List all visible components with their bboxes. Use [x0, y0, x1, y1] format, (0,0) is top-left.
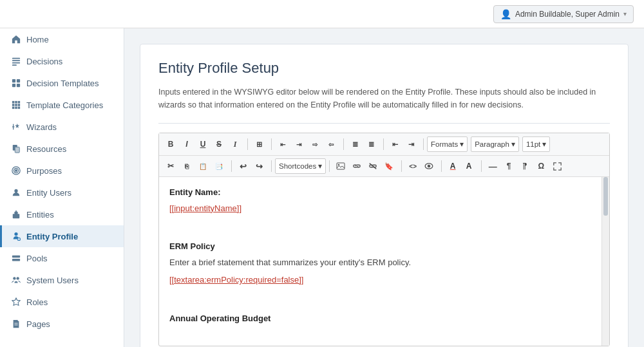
home-icon	[11, 34, 21, 44]
fullscreen-button[interactable]	[549, 158, 565, 174]
bookmark-button[interactable]: 🔖	[381, 158, 397, 174]
sidebar-label-template-categories: Template Categories	[26, 100, 103, 110]
toolbar-row1: B I U S I ⊞ ⇤ ⇥ ⇨ ⇦	[159, 133, 609, 156]
svg-rect-1	[12, 60, 20, 61]
paste-text-button[interactable]: 📑	[211, 158, 227, 174]
sidebar-item-home[interactable]: Home	[0, 28, 124, 50]
svg-rect-6	[12, 84, 15, 87]
pilcrow2-button[interactable]: ¶	[517, 158, 533, 174]
color-group: A A	[445, 158, 477, 174]
code-group: <>	[405, 158, 437, 174]
underline-button[interactable]: U	[195, 136, 211, 152]
sidebar-item-entities[interactable]: Entities	[0, 203, 124, 225]
sidebar-item-purposes[interactable]: Purposes	[0, 160, 124, 182]
annual-budget-heading: Annual Operating Budget	[169, 312, 591, 326]
entity-profile-icon	[11, 231, 21, 241]
paste-button[interactable]: 📋	[195, 158, 211, 174]
align-left-button[interactable]: ⇤	[275, 136, 290, 152]
italic2-button[interactable]: I	[227, 136, 243, 152]
svg-rect-3	[12, 64, 17, 66]
svg-line-38	[370, 164, 377, 169]
formats-dropdown[interactable]: Formats ▾	[427, 136, 468, 152]
special-chars-button[interactable]: Ω	[533, 158, 549, 174]
editor-body[interactable]: Entity Name: [[input:entityName]] ERM Po…	[159, 177, 601, 346]
shortcodes-dropdown[interactable]: Shortcodes ▾	[275, 158, 326, 174]
preview-button[interactable]	[421, 158, 437, 174]
indent-in-button[interactable]: ⇥	[403, 136, 419, 152]
page-description: Inputs entered in the WYSIWYG editor bel…	[158, 86, 596, 111]
size-dropdown[interactable]: 11pt ▾	[522, 136, 550, 152]
paragraph-label: Paragraph	[475, 140, 509, 148]
sidebar-label-purposes: Purposes	[26, 166, 62, 176]
user-menu[interactable]: 👤 Admin Buildable, Super Admin ▾	[493, 5, 634, 23]
font-color-button[interactable]: A	[445, 158, 460, 174]
align-justify-button[interactable]: ⇦	[323, 136, 339, 152]
redo-button[interactable]: ↪	[251, 158, 267, 174]
sidebar-item-decisions[interactable]: Decisions	[0, 50, 124, 72]
sep4	[383, 138, 384, 150]
sidebar-item-pools[interactable]: Pools	[0, 247, 124, 269]
svg-rect-31	[12, 259, 20, 261]
svg-rect-16	[18, 107, 21, 109]
formats-label: Formats	[431, 140, 458, 148]
svg-point-33	[16, 277, 19, 279]
sidebar-item-resources[interactable]: Resources	[0, 138, 124, 160]
list-ul-button[interactable]: ≣	[347, 136, 363, 152]
sep10	[441, 160, 442, 172]
app-layout: Home Decisions Decision Templates Templa…	[0, 28, 644, 347]
svg-rect-28	[15, 211, 17, 212]
indent-out-button[interactable]: ⇤	[387, 136, 402, 152]
editor-scrollbar[interactable]	[601, 177, 609, 346]
code-button[interactable]: <>	[405, 158, 421, 174]
italic-button[interactable]: I	[179, 136, 194, 152]
align-center-button[interactable]: ⇥	[291, 136, 307, 152]
svg-rect-21	[15, 147, 19, 153]
sidebar-item-template-categories[interactable]: Template Categories	[0, 94, 124, 116]
paragraph-dropdown[interactable]: Paragraph ▾	[471, 136, 519, 152]
sidebar-item-pages[interactable]: Pages	[0, 313, 124, 335]
cut-button[interactable]: ✂	[163, 158, 178, 174]
table-button[interactable]: ⊞	[251, 136, 267, 152]
sep1	[247, 138, 248, 150]
shortcodes-caret: ▾	[318, 162, 322, 171]
sidebar-item-decision-templates[interactable]: Decision Templates	[0, 72, 124, 94]
sidebar-item-entity-users[interactable]: Entity Users	[0, 182, 124, 203]
sidebar-item-wizards[interactable]: Wizards	[0, 116, 124, 138]
svg-rect-9	[15, 101, 17, 104]
user-label: Admin Buildable, Super Admin	[515, 10, 620, 19]
align-right-button[interactable]: ⇨	[307, 136, 323, 152]
svg-point-25	[14, 189, 17, 192]
pilcrow1-button[interactable]: ¶	[501, 158, 516, 174]
image-button[interactable]	[333, 158, 348, 174]
sidebar-item-roles[interactable]: Roles	[0, 291, 124, 313]
copy-button[interactable]: ⎘	[179, 158, 194, 174]
decision-templates-icon	[11, 78, 21, 88]
svg-point-40	[428, 165, 430, 167]
list-ol-button[interactable]: ≣	[363, 136, 379, 152]
pools-icon	[11, 253, 21, 263]
hr-button[interactable]: —	[485, 158, 500, 174]
history-group: ↩ ↪	[235, 158, 267, 174]
sidebar-item-system-users[interactable]: System Users	[0, 269, 124, 291]
content-card: Entity Profile Setup Inputs entered in t…	[140, 44, 629, 347]
sep7	[271, 160, 272, 172]
toolbar-row2: ✂ ⎘ 📋 📑 ↩ ↪ Shortcodes ▾	[159, 156, 609, 177]
sidebar-item-entity-profile[interactable]: Entity Profile	[0, 225, 124, 247]
bold-button[interactable]: B	[163, 136, 178, 152]
sep5	[423, 138, 424, 150]
strikethrough-button[interactable]: S	[211, 136, 227, 152]
caret-icon: ▾	[623, 10, 627, 17]
clipboard-group: ✂ ⎘ 📋 📑	[163, 158, 227, 174]
sidebar-label-home: Home	[26, 35, 49, 44]
sidebar-label-resources: Resources	[26, 144, 66, 154]
svg-point-24	[15, 170, 17, 172]
undo-button[interactable]: ↩	[235, 158, 251, 174]
unlink-button[interactable]	[365, 158, 381, 174]
link-button[interactable]	[349, 158, 365, 174]
sidebar-label-entities: Entities	[26, 210, 54, 220]
main-content: Entity Profile Setup Inputs entered in t…	[124, 28, 644, 347]
bg-color-button[interactable]: A	[461, 158, 477, 174]
sep11	[481, 160, 482, 172]
sidebar-label-decisions: Decisions	[26, 57, 62, 66]
sep9	[401, 160, 402, 172]
